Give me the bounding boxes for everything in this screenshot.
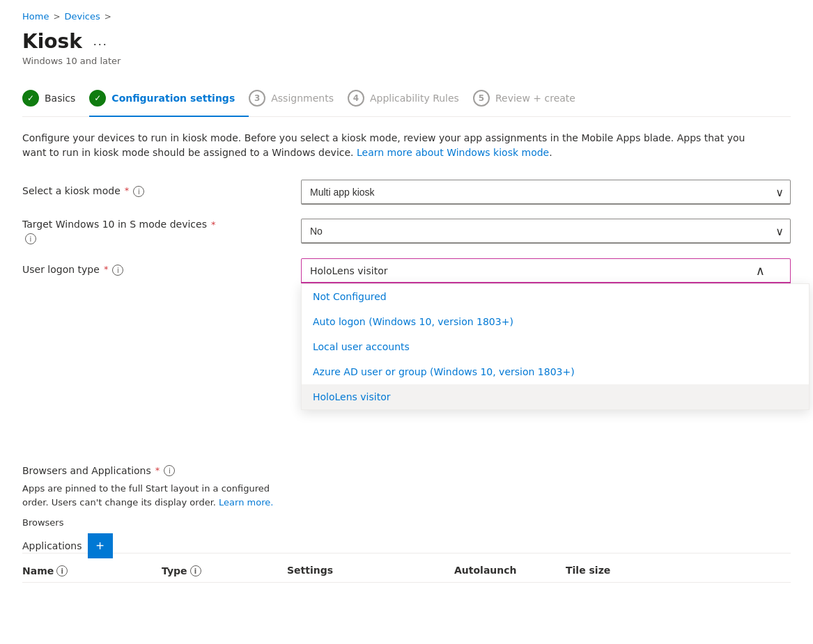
user-logon-label-group: User logon type * i [22,258,287,276]
kiosk-mode-select[interactable]: Multi app kiosk Single app kiosk [301,180,791,205]
check-icon: ✓ [27,93,34,103]
col-type-header: Type i [162,565,287,576]
target-windows-label-group: Target Windows 10 in S mode devices * i [22,219,287,244]
col-name-header: Name i [22,565,162,576]
kiosk-mode-required: * [125,185,130,196]
step-assignments[interactable]: 3 Assignments [249,83,348,116]
applications-label: Applications [22,540,82,551]
applications-row: Applications + [22,533,287,558]
browsers-apps-required: * [155,465,160,476]
breadcrumb-sep2: > [104,12,111,22]
wizard-steps: ✓ Basics ✓ Configuration settings 3 Assi… [22,83,791,117]
user-logon-label-text: User logon type [22,264,100,275]
option-hololens[interactable]: HoloLens visitor [302,384,809,409]
browsers-apps-info-icon[interactable]: i [164,465,175,476]
target-windows-label-text: Target Windows 10 in S mode devices [22,219,207,230]
step-assignments-label: Assignments [271,93,334,104]
form-section: Select a kiosk mode * i Multi app kiosk … [22,180,791,583]
step-applicability-circle: 4 [348,90,364,107]
breadcrumb-sep1: > [53,12,60,22]
user-logon-chevron-up-icon: ∧ [756,263,765,278]
kiosk-mode-wrapper: Multi app kiosk Single app kiosk ∨ [301,180,791,205]
name-col-info-icon[interactable]: i [56,565,68,576]
browsers-apps-desc: Apps are pinned to the full Start layout… [22,482,287,509]
target-windows-row: Target Windows 10 in S mode devices * i … [22,219,791,244]
target-windows-required: * [211,219,216,230]
ellipsis-button[interactable]: ... [89,33,112,50]
step-review-number: 5 [479,93,484,103]
kiosk-mode-label-group: Select a kiosk mode * i [22,180,287,197]
browsers-apps-row: Browsers and Applications * i Apps are p… [22,464,791,567]
user-logon-wrapper: HoloLens visitor ∧ Not Configured Auto l… [301,258,791,283]
col-settings-header: Settings [287,565,454,576]
option-local-user[interactable]: Local user accounts [302,334,809,359]
step-assignments-circle: 3 [249,90,265,107]
page-header: Kiosk ... [22,30,791,53]
page-subtitle: Windows 10 and later [22,56,791,66]
browsers-apps-learn-more[interactable]: Learn more. [219,497,273,508]
user-logon-trigger[interactable]: HoloLens visitor ∧ [301,258,791,283]
step-basics-circle: ✓ [22,90,39,107]
step-configuration[interactable]: ✓ Configuration settings [89,83,249,116]
kiosk-mode-info-icon[interactable]: i [133,186,144,197]
user-logon-required: * [104,264,109,274]
user-logon-info-icon[interactable]: i [112,265,123,276]
step-review-circle: 5 [473,90,490,107]
add-application-button[interactable]: + [88,533,113,558]
step-applicability-number: 4 [353,93,359,103]
breadcrumb: Home > Devices > [22,11,791,22]
option-not-configured[interactable]: Not Configured [302,284,809,309]
target-windows-select[interactable]: No Yes [301,219,791,244]
step-basics-label: Basics [45,93,75,104]
page-title: Kiosk [22,30,82,53]
user-logon-menu: Not Configured Auto logon (Windows 10, v… [301,283,810,410]
step-assignments-number: 3 [254,93,260,103]
description-text: Configure your devices to run in kiosk m… [22,131,761,160]
learn-more-link[interactable]: Learn more about Windows kiosk mode [357,147,549,158]
check-icon-2: ✓ [94,93,101,103]
step-applicability[interactable]: 4 Applicability Rules [348,83,473,116]
breadcrumb-home[interactable]: Home [22,11,49,22]
step-config-circle: ✓ [89,90,106,107]
breadcrumb-devices[interactable]: Devices [64,11,100,22]
browsers-label: Browsers [22,517,287,528]
col-tilesize-header: Tile size [566,565,649,576]
browsers-apps-label: Browsers and Applications [22,465,151,476]
target-windows-info-icon[interactable]: i [25,233,36,244]
step-review-label: Review + create [495,93,575,104]
step-review[interactable]: 5 Review + create [473,83,589,116]
user-logon-row: User logon type * i HoloLens visitor ∧ N… [22,258,791,283]
kiosk-mode-label-text: Select a kiosk mode [22,185,121,196]
option-auto-logon[interactable]: Auto logon (Windows 10, version 1803+) [302,309,809,334]
step-applicability-label: Applicability Rules [370,93,459,104]
kiosk-mode-row: Select a kiosk mode * i Multi app kiosk … [22,180,791,205]
type-col-info-icon[interactable]: i [190,565,201,576]
step-config-label: Configuration settings [111,93,235,104]
user-logon-value: HoloLens visitor [310,265,388,276]
col-autolaunch-header: Autolaunch [454,565,566,576]
target-windows-wrapper: No Yes ∨ [301,219,791,244]
browsers-apps-left: Browsers and Applications * i Apps are p… [22,464,287,567]
user-logon-dropdown-container: HoloLens visitor ∧ Not Configured Auto l… [301,258,791,283]
option-azure-ad[interactable]: Azure AD user or group (Windows 10, vers… [302,359,809,384]
step-basics[interactable]: ✓ Basics [22,83,89,116]
